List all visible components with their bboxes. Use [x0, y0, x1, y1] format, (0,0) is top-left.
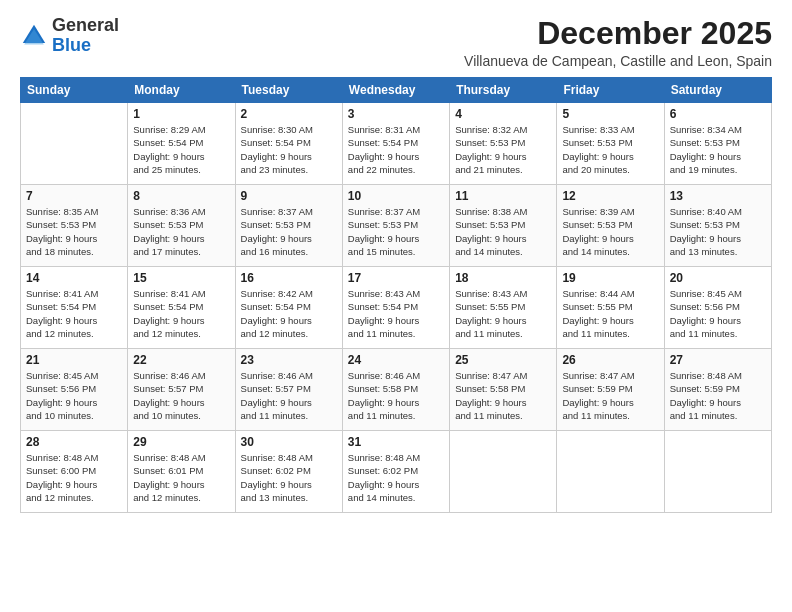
weekday-header-wednesday: Wednesday	[342, 78, 449, 103]
day-info: Sunrise: 8:39 AM Sunset: 5:53 PM Dayligh…	[562, 205, 658, 258]
day-info: Sunrise: 8:46 AM Sunset: 5:57 PM Dayligh…	[133, 369, 229, 422]
calendar-cell: 19Sunrise: 8:44 AM Sunset: 5:55 PM Dayli…	[557, 267, 664, 349]
day-number: 22	[133, 353, 229, 367]
day-number: 17	[348, 271, 444, 285]
calendar-header: SundayMondayTuesdayWednesdayThursdayFrid…	[21, 78, 772, 103]
calendar-cell: 2Sunrise: 8:30 AM Sunset: 5:54 PM Daylig…	[235, 103, 342, 185]
day-number: 27	[670, 353, 766, 367]
calendar-body: 1Sunrise: 8:29 AM Sunset: 5:54 PM Daylig…	[21, 103, 772, 513]
calendar-cell: 29Sunrise: 8:48 AM Sunset: 6:01 PM Dayli…	[128, 431, 235, 513]
day-number: 23	[241, 353, 337, 367]
logo-icon	[20, 22, 48, 50]
calendar-cell: 13Sunrise: 8:40 AM Sunset: 5:53 PM Dayli…	[664, 185, 771, 267]
calendar-cell: 4Sunrise: 8:32 AM Sunset: 5:53 PM Daylig…	[450, 103, 557, 185]
weekday-header-sunday: Sunday	[21, 78, 128, 103]
day-number: 11	[455, 189, 551, 203]
calendar-cell: 16Sunrise: 8:42 AM Sunset: 5:54 PM Dayli…	[235, 267, 342, 349]
weekday-header-tuesday: Tuesday	[235, 78, 342, 103]
day-number: 2	[241, 107, 337, 121]
calendar-cell: 26Sunrise: 8:47 AM Sunset: 5:59 PM Dayli…	[557, 349, 664, 431]
day-number: 29	[133, 435, 229, 449]
calendar-cell: 5Sunrise: 8:33 AM Sunset: 5:53 PM Daylig…	[557, 103, 664, 185]
day-number: 3	[348, 107, 444, 121]
day-number: 20	[670, 271, 766, 285]
day-info: Sunrise: 8:37 AM Sunset: 5:53 PM Dayligh…	[348, 205, 444, 258]
calendar-week-1: 1Sunrise: 8:29 AM Sunset: 5:54 PM Daylig…	[21, 103, 772, 185]
day-info: Sunrise: 8:36 AM Sunset: 5:53 PM Dayligh…	[133, 205, 229, 258]
day-info: Sunrise: 8:46 AM Sunset: 5:57 PM Dayligh…	[241, 369, 337, 422]
calendar-cell: 18Sunrise: 8:43 AM Sunset: 5:55 PM Dayli…	[450, 267, 557, 349]
header: General Blue December 2025 Villanueva de…	[20, 16, 772, 69]
day-info: Sunrise: 8:47 AM Sunset: 5:58 PM Dayligh…	[455, 369, 551, 422]
calendar-cell: 15Sunrise: 8:41 AM Sunset: 5:54 PM Dayli…	[128, 267, 235, 349]
day-info: Sunrise: 8:47 AM Sunset: 5:59 PM Dayligh…	[562, 369, 658, 422]
day-info: Sunrise: 8:42 AM Sunset: 5:54 PM Dayligh…	[241, 287, 337, 340]
calendar-week-5: 28Sunrise: 8:48 AM Sunset: 6:00 PM Dayli…	[21, 431, 772, 513]
day-info: Sunrise: 8:45 AM Sunset: 5:56 PM Dayligh…	[670, 287, 766, 340]
day-number: 14	[26, 271, 122, 285]
day-info: Sunrise: 8:29 AM Sunset: 5:54 PM Dayligh…	[133, 123, 229, 176]
day-number: 19	[562, 271, 658, 285]
calendar-cell: 11Sunrise: 8:38 AM Sunset: 5:53 PM Dayli…	[450, 185, 557, 267]
logo: General Blue	[20, 16, 119, 56]
day-number: 26	[562, 353, 658, 367]
calendar-cell: 27Sunrise: 8:48 AM Sunset: 5:59 PM Dayli…	[664, 349, 771, 431]
calendar-cell: 6Sunrise: 8:34 AM Sunset: 5:53 PM Daylig…	[664, 103, 771, 185]
calendar-cell: 10Sunrise: 8:37 AM Sunset: 5:53 PM Dayli…	[342, 185, 449, 267]
day-info: Sunrise: 8:30 AM Sunset: 5:54 PM Dayligh…	[241, 123, 337, 176]
weekday-header-monday: Monday	[128, 78, 235, 103]
day-info: Sunrise: 8:34 AM Sunset: 5:53 PM Dayligh…	[670, 123, 766, 176]
calendar-cell: 25Sunrise: 8:47 AM Sunset: 5:58 PM Dayli…	[450, 349, 557, 431]
day-info: Sunrise: 8:40 AM Sunset: 5:53 PM Dayligh…	[670, 205, 766, 258]
calendar-cell: 28Sunrise: 8:48 AM Sunset: 6:00 PM Dayli…	[21, 431, 128, 513]
day-number: 4	[455, 107, 551, 121]
day-info: Sunrise: 8:41 AM Sunset: 5:54 PM Dayligh…	[133, 287, 229, 340]
day-number: 12	[562, 189, 658, 203]
day-info: Sunrise: 8:44 AM Sunset: 5:55 PM Dayligh…	[562, 287, 658, 340]
day-info: Sunrise: 8:48 AM Sunset: 6:00 PM Dayligh…	[26, 451, 122, 504]
calendar: SundayMondayTuesdayWednesdayThursdayFrid…	[20, 77, 772, 513]
day-info: Sunrise: 8:48 AM Sunset: 5:59 PM Dayligh…	[670, 369, 766, 422]
day-info: Sunrise: 8:33 AM Sunset: 5:53 PM Dayligh…	[562, 123, 658, 176]
day-info: Sunrise: 8:48 AM Sunset: 6:01 PM Dayligh…	[133, 451, 229, 504]
calendar-cell	[557, 431, 664, 513]
day-info: Sunrise: 8:43 AM Sunset: 5:54 PM Dayligh…	[348, 287, 444, 340]
calendar-cell	[450, 431, 557, 513]
calendar-cell: 17Sunrise: 8:43 AM Sunset: 5:54 PM Dayli…	[342, 267, 449, 349]
day-number: 7	[26, 189, 122, 203]
calendar-week-2: 7Sunrise: 8:35 AM Sunset: 5:53 PM Daylig…	[21, 185, 772, 267]
weekday-row: SundayMondayTuesdayWednesdayThursdayFrid…	[21, 78, 772, 103]
calendar-cell: 30Sunrise: 8:48 AM Sunset: 6:02 PM Dayli…	[235, 431, 342, 513]
month-title: December 2025	[464, 16, 772, 51]
day-number: 31	[348, 435, 444, 449]
day-info: Sunrise: 8:38 AM Sunset: 5:53 PM Dayligh…	[455, 205, 551, 258]
weekday-header-saturday: Saturday	[664, 78, 771, 103]
calendar-cell: 12Sunrise: 8:39 AM Sunset: 5:53 PM Dayli…	[557, 185, 664, 267]
day-number: 28	[26, 435, 122, 449]
logo-text: General Blue	[52, 16, 119, 56]
calendar-week-3: 14Sunrise: 8:41 AM Sunset: 5:54 PM Dayli…	[21, 267, 772, 349]
day-info: Sunrise: 8:37 AM Sunset: 5:53 PM Dayligh…	[241, 205, 337, 258]
calendar-cell: 23Sunrise: 8:46 AM Sunset: 5:57 PM Dayli…	[235, 349, 342, 431]
calendar-cell: 21Sunrise: 8:45 AM Sunset: 5:56 PM Dayli…	[21, 349, 128, 431]
day-info: Sunrise: 8:41 AM Sunset: 5:54 PM Dayligh…	[26, 287, 122, 340]
day-number: 6	[670, 107, 766, 121]
day-number: 18	[455, 271, 551, 285]
calendar-cell: 9Sunrise: 8:37 AM Sunset: 5:53 PM Daylig…	[235, 185, 342, 267]
day-number: 15	[133, 271, 229, 285]
calendar-week-4: 21Sunrise: 8:45 AM Sunset: 5:56 PM Dayli…	[21, 349, 772, 431]
day-info: Sunrise: 8:48 AM Sunset: 6:02 PM Dayligh…	[348, 451, 444, 504]
page: General Blue December 2025 Villanueva de…	[0, 0, 792, 612]
calendar-cell: 24Sunrise: 8:46 AM Sunset: 5:58 PM Dayli…	[342, 349, 449, 431]
calendar-cell: 8Sunrise: 8:36 AM Sunset: 5:53 PM Daylig…	[128, 185, 235, 267]
day-info: Sunrise: 8:46 AM Sunset: 5:58 PM Dayligh…	[348, 369, 444, 422]
calendar-cell	[21, 103, 128, 185]
calendar-cell: 31Sunrise: 8:48 AM Sunset: 6:02 PM Dayli…	[342, 431, 449, 513]
title-section: December 2025 Villanueva de Campean, Cas…	[464, 16, 772, 69]
calendar-cell: 1Sunrise: 8:29 AM Sunset: 5:54 PM Daylig…	[128, 103, 235, 185]
day-info: Sunrise: 8:43 AM Sunset: 5:55 PM Dayligh…	[455, 287, 551, 340]
day-number: 16	[241, 271, 337, 285]
day-info: Sunrise: 8:48 AM Sunset: 6:02 PM Dayligh…	[241, 451, 337, 504]
day-number: 13	[670, 189, 766, 203]
day-number: 25	[455, 353, 551, 367]
